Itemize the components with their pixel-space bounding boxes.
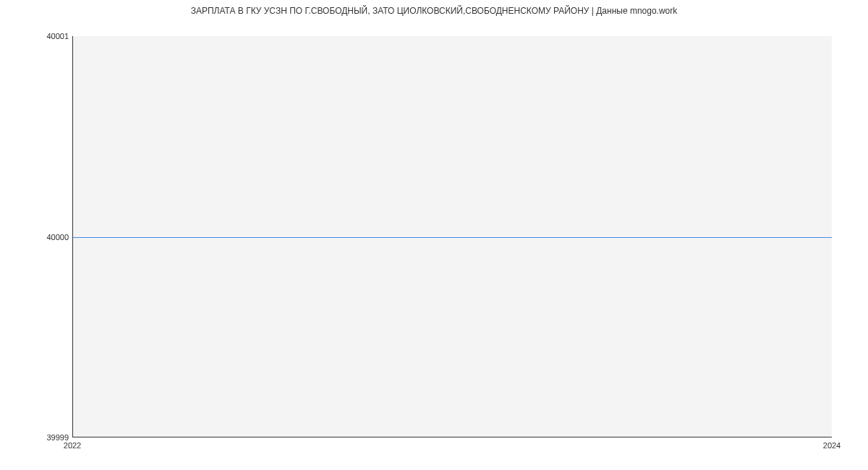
- chart-title: ЗАРПЛАТА В ГКУ УСЗН ПО Г.СВОБОДНЫЙ, ЗАТО…: [0, 6, 868, 16]
- x-tick-label: 2024: [823, 441, 841, 450]
- x-tick-label: 2022: [64, 441, 81, 450]
- y-tick-label: 40000: [46, 233, 69, 242]
- data-line: [73, 237, 832, 238]
- plot-area: [72, 36, 832, 437]
- y-tick-label: 40001: [46, 32, 69, 40]
